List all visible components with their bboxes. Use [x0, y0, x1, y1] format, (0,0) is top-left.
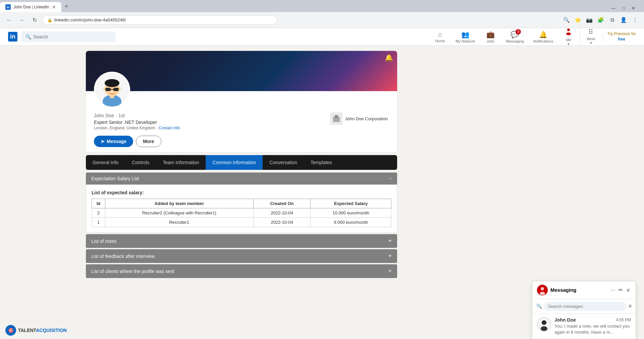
reload-button[interactable]: ↻ — [30, 15, 40, 25]
send-icon: ➤ — [101, 139, 105, 144]
nav-item-jobs[interactable]: 💼 Jobs — [480, 29, 500, 45]
nav-item-notifications[interactable]: 🔔 Notifications — [529, 29, 557, 45]
bookmark-button[interactable]: ⭐ — [573, 15, 583, 25]
linkedin-logo: in — [8, 32, 17, 42]
network-icon: 👥 — [461, 30, 470, 39]
salary-table-row: 2 Recruiter2 (Colleague with Recruiter1)… — [92, 208, 391, 218]
messaging-panel-header: Messaging ··· ✏ ∨ — [532, 281, 636, 299]
messaging-search-bar: 🔍 ≡ — [532, 299, 636, 314]
search-bar[interactable]: 🔍 — [21, 31, 115, 42]
messaging-search-icon: 🔍 — [536, 303, 542, 309]
nav-label-messaging: Messaging — [506, 39, 524, 43]
message-preview: You: I made a note, we will contact you … — [554, 323, 631, 335]
messaging-panel: Messaging ··· ✏ ∨ 🔍 ≡ — [532, 281, 636, 339]
back-button[interactable]: ← — [4, 15, 14, 25]
svg-rect-21 — [542, 322, 544, 323]
nav-item-work[interactable]: ⠿ Work ▾ — [580, 27, 600, 47]
forward-button[interactable]: → — [17, 15, 27, 25]
window-maximize[interactable]: □ — [620, 4, 628, 12]
work-dropdown-icon: ▾ — [590, 41, 592, 45]
messaging-more-button[interactable]: ··· — [610, 286, 616, 294]
new-tab-button[interactable]: + — [61, 1, 72, 12]
cell-expected-salary: 10.000 euro/month — [311, 208, 391, 218]
company-logo — [330, 113, 342, 125]
salary-section-header[interactable]: Expectation Salary List − — [86, 173, 397, 185]
notes-header[interactable]: List of notes + — [86, 234, 397, 248]
nav-item-messaging[interactable]: 💬 9 Messaging — [502, 29, 528, 45]
me-icon — [565, 27, 573, 37]
svg-point-17 — [540, 292, 545, 295]
nav-label-jobs: Jobs — [487, 39, 494, 43]
message-item[interactable]: John Doe 4:05 PM You: I made a note, we … — [532, 314, 636, 339]
clients-section: List of clients where the profile was se… — [86, 264, 397, 278]
nav-item-home[interactable]: ⌂ Home — [430, 29, 450, 44]
window-close[interactable]: ✕ — [629, 4, 638, 12]
company-name: John Doe Corporation — [345, 116, 388, 121]
window-minimize[interactable]: — — [608, 4, 618, 12]
profile-card: 🔔 John Doe · 1st Expert Senior .NET Deve… — [86, 51, 397, 152]
more-button[interactable]: More — [136, 136, 161, 147]
company-badge: John Doe Corporation — [329, 111, 389, 126]
messaging-search-input[interactable] — [544, 302, 627, 311]
col-header-expected-salary: Expected Salary — [311, 199, 391, 208]
notes-expand-icon: + — [388, 238, 392, 245]
col-header-id: Id — [92, 199, 105, 208]
clients-header[interactable]: List of clients where the profile was se… — [86, 264, 397, 278]
tab-common-information[interactable]: Common information — [206, 155, 263, 170]
nav-label-me: Me — [566, 38, 571, 42]
camera-button[interactable]: 📷 — [584, 15, 594, 25]
notification-bell-icon[interactable]: 🔔 — [385, 54, 393, 62]
search-toolbar-button[interactable]: 🔍 — [561, 15, 572, 25]
tab-team-information[interactable]: Team Information — [156, 155, 206, 170]
clients-title: List of clients where the profile was se… — [91, 269, 174, 274]
tab-close-button[interactable]: ✕ — [52, 4, 56, 10]
split-view-button[interactable]: ⧉ — [607, 15, 617, 25]
collapse-icon: − — [389, 176, 392, 181]
nav-label-network: My Network — [455, 39, 475, 43]
plugin-tabs-container: General Info Controls Team Information C… — [86, 155, 397, 170]
profile-avatar-container — [94, 72, 130, 108]
address-bar[interactable]: 🔒 linkedin.com/in/john-doe-4a0405249/ — [42, 15, 277, 24]
profile-button[interactable]: 👤 — [619, 15, 629, 25]
tab-conversation[interactable]: Conversation — [263, 155, 304, 170]
tab-general-info[interactable]: General Info — [86, 155, 125, 170]
messaging-collapse-button[interactable]: ∨ — [626, 286, 631, 294]
branding-icon: 🎯 — [5, 325, 16, 336]
svg-point-6 — [105, 79, 119, 87]
tab-title: John Doe | LinkedIn — [13, 5, 49, 9]
messaging-badge: 9 — [516, 29, 521, 35]
tab-controls[interactable]: Controls — [125, 155, 156, 170]
message-button[interactable]: ➤ Message — [94, 136, 133, 147]
work-icon: ⠿ — [588, 28, 593, 36]
nav-item-network[interactable]: 👥 My Network — [451, 29, 479, 45]
cell-id: 2 — [92, 208, 105, 218]
salary-section-title: Expectation Salary List — [91, 176, 139, 181]
branding-text: TALENTACQUISITION — [18, 328, 67, 333]
salary-list-title: List of expected salary: — [92, 190, 391, 195]
nav-item-me[interactable]: Me ▾ — [558, 26, 579, 48]
cell-expected-salary: 9.000 euro/month — [311, 218, 391, 227]
profile-details: John Doe · 1st Expert Senior .NET Develo… — [94, 111, 180, 130]
svg-point-16 — [541, 287, 544, 290]
profile-headline: Expert Senior .NET Developer — [94, 120, 180, 125]
messaging-compose-button[interactable]: ✏ — [618, 286, 624, 294]
svg-rect-9 — [105, 88, 111, 91]
search-input[interactable] — [33, 34, 111, 40]
cell-created-on: 2022-10-04 — [253, 218, 311, 227]
svg-rect-10 — [113, 88, 119, 91]
extensions-button[interactable]: 🧩 — [596, 15, 606, 25]
nav-label-notifications: Notifications — [533, 39, 553, 43]
linkedin-favicon: in — [5, 4, 11, 10]
salary-section-body: List of expected salary: Id Added by tea… — [86, 185, 397, 233]
tab-templates[interactable]: Templates — [304, 155, 339, 170]
branding: 🎯 TALENTACQUISITION — [5, 325, 67, 336]
feedback-title: List of feedback after interview — [91, 254, 155, 259]
filter-icon[interactable]: ≡ — [629, 303, 632, 309]
feedback-header[interactable]: List of feedback after interview + — [86, 249, 397, 263]
messaging-controls: ··· ✏ ∨ — [610, 286, 631, 294]
message-time: 4:05 PM — [616, 318, 631, 322]
premium-button[interactable]: Try Premium for free — [603, 31, 636, 42]
menu-button[interactable]: ⋮ — [630, 15, 640, 25]
profile-actions: ➤ Message More — [86, 136, 397, 152]
contact-info-link[interactable]: Contact info — [159, 126, 180, 130]
